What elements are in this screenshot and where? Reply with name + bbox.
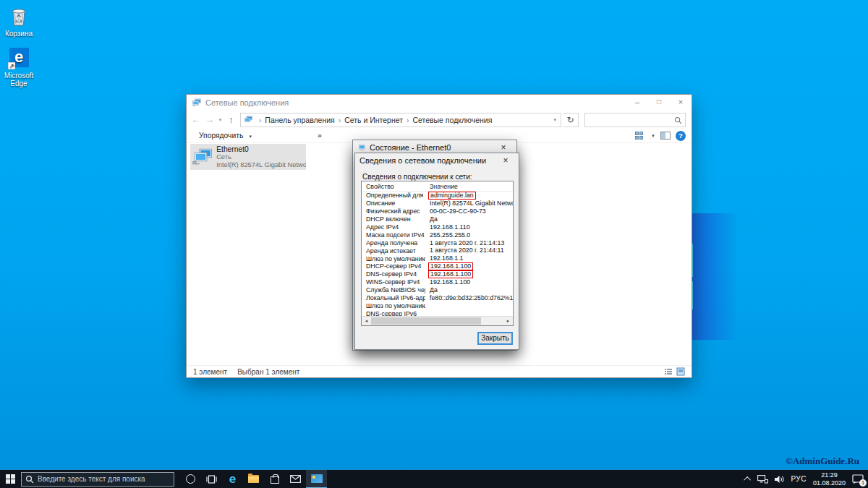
details-table-row[interactable]: Описание Intel(R) 82574L Gigabit Network… xyxy=(362,200,513,207)
cortana-button[interactable] xyxy=(180,470,201,488)
property-cell: Описание xyxy=(362,200,425,207)
command-overflow-button[interactable]: » xyxy=(311,132,328,140)
connection-adapter: Intel(R) 82574L Gigabit Network C... xyxy=(216,161,306,169)
close-button[interactable]: × xyxy=(670,95,692,111)
history-drop-icon[interactable]: ▾ xyxy=(217,117,224,123)
scrollbar-thumb[interactable] xyxy=(371,317,481,325)
breadcrumb-item[interactable]: Сетевые подключения xyxy=(403,116,492,124)
details-table-row[interactable]: DNS-сервер IPv6 xyxy=(362,309,513,316)
change-view-icon[interactable] xyxy=(635,132,643,140)
property-cell: WINS-сервер IPv4 xyxy=(362,278,425,286)
help-icon[interactable]: ? xyxy=(676,131,686,141)
horizontal-scrollbar[interactable]: ◄ ► xyxy=(362,316,513,325)
taskbar-search-input[interactable] xyxy=(38,475,170,483)
connection-name: Ethernet0 xyxy=(216,145,306,153)
details-table-row[interactable]: Физический адрес 00-0C-29-CC-90-73 xyxy=(362,207,513,215)
chevron-down-icon[interactable]: ▼ xyxy=(651,134,655,138)
action-center-button[interactable]: 1 xyxy=(852,474,864,484)
breadcrumb-item[interactable]: Панель управления xyxy=(255,116,335,124)
value-cell: 192.168.1.110 xyxy=(425,223,513,231)
mail-button[interactable] xyxy=(285,470,306,488)
back-icon[interactable]: ← xyxy=(190,114,202,125)
details-table-rows: Определенный для по... adminguide.lan Оп… xyxy=(362,192,513,316)
close-icon[interactable]: × xyxy=(497,155,514,166)
value-cell: 192.168.1.100 xyxy=(425,278,513,286)
file-explorer-button[interactable] xyxy=(243,470,264,488)
edge-taskbar-button[interactable]: e xyxy=(222,470,243,488)
explorer-search-box[interactable] xyxy=(584,113,686,127)
breadcrumb: Панель управления Сеть и Интернет Сетевы… xyxy=(255,116,548,124)
details-dialog-titlebar[interactable]: Сведения о сетевом подключении × xyxy=(355,153,519,168)
recycle-bin-icon xyxy=(8,6,30,27)
details-table-row[interactable]: DHCP-сервер IPv4 192.168.1.100 xyxy=(362,262,513,270)
task-view-button[interactable] xyxy=(201,470,222,488)
property-cell: Физический адрес xyxy=(362,207,425,215)
windows-logo-icon xyxy=(6,474,15,484)
value-cell: Да xyxy=(425,286,513,294)
details-table-row[interactable]: WINS-сервер IPv4 192.168.1.100 xyxy=(362,278,513,286)
explorer-titlebar[interactable]: Сетевые подключения – □ × xyxy=(187,95,692,111)
network-tray-icon[interactable] xyxy=(757,475,768,484)
volume-icon[interactable] xyxy=(775,475,784,484)
language-indicator[interactable]: РУС xyxy=(791,475,807,483)
details-table-row[interactable]: Маска подсети IPv4 255.255.255.0 xyxy=(362,231,513,239)
close-icon[interactable]: × xyxy=(495,142,512,153)
network-connections-icon xyxy=(244,116,253,124)
show-hidden-icons-icon[interactable] xyxy=(744,476,752,484)
property-cell: Аренда истекает xyxy=(362,247,425,254)
details-table-row[interactable]: Локальный IPv6-адрес... fe80::d9e:bd32:2… xyxy=(362,294,513,302)
details-table-row[interactable]: Шлюз по умолчанию IP... xyxy=(362,301,513,309)
details-table-row[interactable]: Шлюз по умолчанию IP... 192.168.1.1 xyxy=(362,254,513,262)
forward-icon[interactable]: → xyxy=(203,114,216,125)
store-button[interactable] xyxy=(264,470,285,488)
value-cell: fe80::d9e:bd32:25b0:d762%12 xyxy=(425,294,513,302)
refresh-icon[interactable]: ↻ xyxy=(563,113,579,127)
ethernet-adapter-icon xyxy=(192,147,213,167)
edge-icon: e xyxy=(229,473,236,485)
status-bar: 1 элемент Выбран 1 элемент xyxy=(187,365,692,377)
details-table-row[interactable]: Адрес IPv4 192.168.1.110 xyxy=(362,223,513,231)
close-details-button[interactable]: Закрыть xyxy=(477,332,513,345)
network-connections-taskbar-button[interactable] xyxy=(306,470,327,488)
details-table-row[interactable]: Аренда получена 1 августа 2020 г. 21:14:… xyxy=(362,239,513,247)
address-dropdown-icon[interactable]: ▾ xyxy=(550,117,559,123)
details-table-row[interactable]: DNS-сервер IPv4 192.168.1.100 xyxy=(362,270,513,278)
edge-icon: e ↗ xyxy=(8,48,30,69)
shortcut-arrow-icon: ↗ xyxy=(8,62,15,69)
desktop-icon-edge[interactable]: e ↗ Microsoft Edge xyxy=(0,48,41,87)
maximize-button[interactable]: □ xyxy=(648,95,670,111)
property-cell: Маска подсети IPv4 xyxy=(362,231,425,239)
address-box[interactable]: Панель управления Сеть и Интернет Сетевы… xyxy=(240,113,561,127)
explorer-search-input[interactable] xyxy=(585,114,685,127)
file-explorer-icon xyxy=(248,475,259,483)
connection-item-ethernet0[interactable]: Ethernet0 Сеть Intel(R) 82574L Gigabit N… xyxy=(190,144,306,170)
details-table-row[interactable]: Аренда истекает 1 августа 2020 г. 21:44:… xyxy=(362,247,513,254)
details-table-row[interactable]: Служба NetBIOS через... Да xyxy=(362,286,513,294)
cortana-icon xyxy=(186,474,195,484)
clock[interactable]: 21:29 01.08.2020 xyxy=(813,471,846,487)
property-cell: DNS-сервер IPv6 xyxy=(362,310,425,316)
value-cell: 255.255.255.0 xyxy=(425,231,513,239)
details-table-row[interactable]: Определенный для по... adminguide.lan xyxy=(362,192,513,200)
column-property: Свойство xyxy=(362,183,425,190)
up-icon[interactable]: ↑ xyxy=(225,114,237,125)
minimize-button[interactable]: – xyxy=(626,95,648,111)
desktop-icon-recycle-bin[interactable]: Корзина xyxy=(0,6,41,38)
taskbar-search-box[interactable] xyxy=(21,472,174,487)
notification-badge: 1 xyxy=(859,479,867,487)
window-title: Сетевые подключения xyxy=(205,98,626,107)
mail-icon xyxy=(290,475,301,483)
start-button[interactable] xyxy=(0,470,21,488)
scroll-left-icon[interactable]: ◄ xyxy=(362,317,371,325)
task-view-icon xyxy=(206,475,217,484)
large-icons-view-icon[interactable] xyxy=(676,367,685,376)
breadcrumb-item[interactable]: Сеть и Интернет xyxy=(335,116,403,124)
property-cell: Определенный для по... xyxy=(362,192,425,199)
property-cell: Шлюз по умолчанию IP... xyxy=(362,302,425,309)
details-table-row[interactable]: DHCP включен Да xyxy=(362,215,513,223)
scroll-right-icon[interactable]: ► xyxy=(503,317,513,325)
organize-button[interactable]: Упорядочить ▼ xyxy=(192,132,259,140)
details-view-icon[interactable] xyxy=(664,367,673,376)
column-value: Значение xyxy=(425,183,513,190)
preview-pane-icon[interactable] xyxy=(660,132,671,140)
